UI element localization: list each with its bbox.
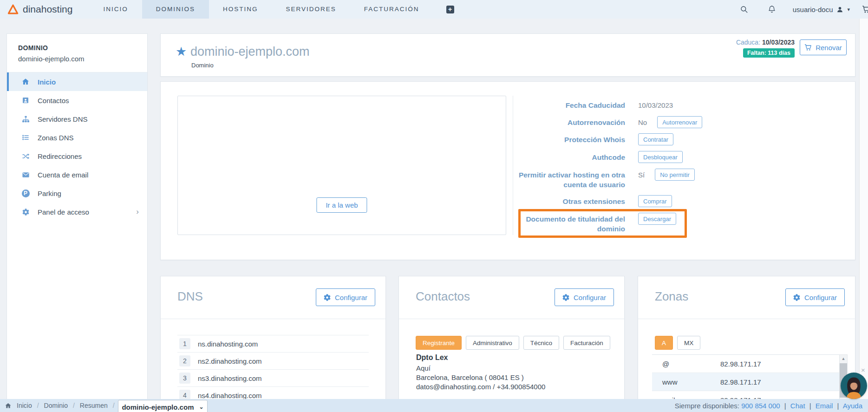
username: usuario-docu <box>793 6 833 13</box>
expiry-info: Caduca: 10/03/2023 Faltan: 113 días <box>736 39 795 58</box>
support-phone-link[interactable]: 900 854 000 <box>741 402 780 410</box>
autorenew-button[interactable]: Autorrenovar <box>657 116 702 128</box>
sidebar-item-cuenta-email[interactable]: Cuenta de email <box>7 165 147 184</box>
expiry-date-value: 10/03/2023 <box>638 100 673 110</box>
sidebar-item-contactos[interactable]: Contactos <box>7 91 147 110</box>
tab-tecnico[interactable]: Técnico <box>523 336 559 350</box>
agent-photo <box>841 373 867 399</box>
domain-sidebar: DOMINIO dominio-ejemplo.com Inicio Conta… <box>7 33 148 399</box>
bottom-bar: Inicio / Dominio / Resumen / dominio-eje… <box>0 399 868 412</box>
zones-card-title: Zonas <box>655 289 688 304</box>
nav-item-dominios[interactable]: DOMINIOS <box>142 0 209 19</box>
domain-title: dominio-ejemplo.com <box>190 45 310 59</box>
whois-contract-button[interactable]: Contratar <box>638 133 673 145</box>
notifications-bell-icon[interactable] <box>768 5 776 13</box>
sidebar-item-inicio[interactable]: Inicio <box>7 72 147 91</box>
breadcrumb-resumen[interactable]: Resumen <box>80 402 108 409</box>
overview-row-permitir-hosting: Permitir activar hosting en otra cuenta … <box>516 170 855 190</box>
overview-row-fecha-caducidad: Fecha Caducidad 10/03/2023 <box>516 100 855 110</box>
domain-type-label: Dominio <box>191 62 214 69</box>
nav-item-servidores[interactable]: SERVIDORES <box>272 0 350 19</box>
page-scrollbar[interactable] <box>859 19 868 399</box>
nav-item-facturacion[interactable]: FACTURACIÓN <box>350 0 433 19</box>
breadcrumb-dominio[interactable]: Dominio <box>44 402 68 409</box>
support-availability: Siempre disponibles: 900 854 000 | Chat … <box>675 402 868 410</box>
domain-overview-card: Ir a la web Fecha Caducidad 10/03/2023 A… <box>160 81 855 260</box>
cart-icon <box>804 44 812 51</box>
tab-record-mx[interactable]: MX <box>677 336 700 350</box>
nav-item-hosting[interactable]: HOSTING <box>209 0 272 19</box>
sidebar-item-parking[interactable]: P Parking <box>7 184 147 203</box>
overview-row-authcode: Authcode Desbloquear <box>516 152 855 163</box>
zone-record-row: www 82.98.171.17 <box>652 373 840 391</box>
sitemap-icon <box>21 115 30 123</box>
breadcrumb-inicio[interactable]: Inicio <box>17 402 32 409</box>
contacts-card: Contactos Configurar Registrante Adminis… <box>398 276 625 412</box>
sidebar-menu: Inicio Contactos Servidores DNS Zonas DN… <box>7 72 147 221</box>
contacts-card-title: Contactos <box>416 289 470 304</box>
chat-close-icon[interactable]: × <box>861 366 865 373</box>
allow-hosting-value: Sí <box>638 170 645 180</box>
expires-label: Caduca: <box>736 39 760 46</box>
zones-configure-button[interactable]: Configurar <box>785 288 845 306</box>
cart-icon[interactable] <box>862 5 868 13</box>
user-menu[interactable]: usuario-docu ▾ <box>793 6 850 13</box>
contact-address-line2: Barcelona, Barcelona ( 08041 ES ) <box>416 373 545 382</box>
domain-header-card: ★ dominio-ejemplo.com Dominio Caduca: 10… <box>160 33 855 77</box>
overview-row-documento-titularidad: Documento de titularidad del dominio Des… <box>516 214 855 234</box>
sidebar-item-servidores-dns[interactable]: Servidores DNS <box>7 110 147 128</box>
dinahosting-logo[interactable]: dinahosting <box>0 4 89 15</box>
support-chat-avatar[interactable] <box>841 373 867 399</box>
zone-record-row: @ 82.98.171.17 <box>652 355 840 373</box>
shuffle-icon <box>21 152 30 160</box>
domain-selector-dropdown[interactable]: dominio-ejemplo.com ⌄ <box>118 400 208 412</box>
renew-button[interactable]: Renovar <box>800 39 847 55</box>
chevron-down-icon: ⌄ <box>199 404 203 410</box>
dns-configure-button[interactable]: Configurar <box>316 288 375 306</box>
buy-extensions-button[interactable]: Comprar <box>638 195 672 207</box>
topnav-right: usuario-docu ▾ <box>740 5 868 13</box>
tab-administrativo[interactable]: Administrativo <box>466 336 519 350</box>
sidebar-item-panel-acceso[interactable]: Panel de acceso › <box>7 203 147 221</box>
tab-facturacion[interactable]: Facturación <box>563 336 610 350</box>
tab-registrante[interactable]: Registrante <box>416 336 462 350</box>
chat-link[interactable]: Chat <box>790 402 805 410</box>
gear-icon <box>793 294 800 301</box>
contacts-configure-button[interactable]: Configurar <box>555 288 614 306</box>
download-ownership-document-button[interactable]: Descargar <box>638 213 676 225</box>
breadcrumb: Inicio / Dominio / Resumen / <box>0 402 115 409</box>
authcode-unlock-button[interactable]: Desbloquear <box>638 151 683 163</box>
zones-card-header: Zonas Configurar <box>638 276 855 319</box>
availability-label: Siempre disponibles: <box>675 402 739 410</box>
add-service-icon[interactable]: + <box>446 6 454 13</box>
help-link[interactable]: Ayuda <box>843 402 862 410</box>
contact-type-tabs: Registrante Administrativo Técnico Factu… <box>416 336 610 350</box>
envelope-icon <box>21 170 30 179</box>
website-preview: Ir a la web <box>177 96 506 235</box>
sidebar-item-zonas-dns[interactable]: Zonas DNS <box>7 128 147 147</box>
dns-card: DNS Configurar 1 ns.dinahosting.com 2 ns… <box>160 276 386 412</box>
tab-record-a[interactable]: A <box>655 336 673 350</box>
dns-server-row: 2 ns2.dinahosting.com <box>177 353 369 370</box>
address-card-icon <box>21 96 30 105</box>
favorite-star-icon[interactable]: ★ <box>176 44 187 59</box>
contact-address-line1: Aquí <box>416 364 545 373</box>
contacts-card-header: Contactos Configurar <box>399 276 624 319</box>
search-icon[interactable] <box>740 5 748 13</box>
disallow-hosting-button[interactable]: No permitir <box>655 169 695 181</box>
top-navigation: dinahosting INICIO DOMINIOS HOSTING SERV… <box>0 0 868 19</box>
overview-row-proteccion-whois: Protección Whois Contratar <box>516 135 855 145</box>
nav-item-inicio[interactable]: INICIO <box>89 0 142 19</box>
zone-type-tabs: A MX <box>655 336 700 350</box>
sidebar-header: DOMINIO dominio-ejemplo.com <box>7 34 147 72</box>
visit-website-button[interactable]: Ir a la web <box>316 197 367 213</box>
sidebar-domain-name: dominio-ejemplo.com <box>18 55 136 63</box>
scroll-up-icon[interactable]: ▲ <box>840 355 847 362</box>
sidebar-section-label: DOMINIO <box>18 44 136 52</box>
days-left-badge: Faltan: 113 días <box>743 48 795 58</box>
main-menu: INICIO DOMINIOS HOSTING SERVIDORES FACTU… <box>89 0 433 19</box>
user-icon <box>836 6 843 13</box>
email-link[interactable]: Email <box>816 402 833 410</box>
sidebar-item-redirecciones[interactable]: Redirecciones <box>7 147 147 165</box>
parking-icon: P <box>21 189 30 197</box>
